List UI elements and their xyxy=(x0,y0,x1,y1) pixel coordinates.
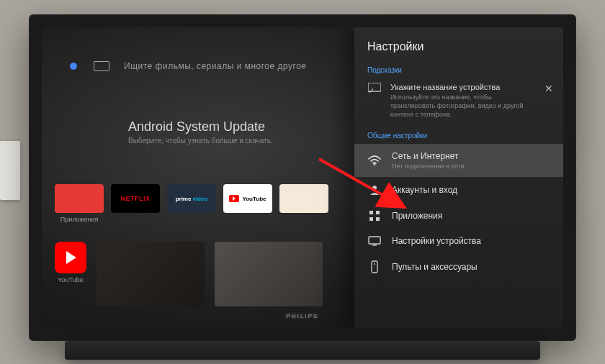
svg-rect-5 xyxy=(376,211,380,214)
hint-subtitle: Используйте это название, чтобы транслир… xyxy=(390,93,536,119)
app-tile-youtube[interactable]: YouTube xyxy=(223,184,272,213)
settings-panel: Настройки Подсказки Укажите название уст… xyxy=(354,27,563,328)
account-icon xyxy=(367,184,382,196)
section-hints: Подсказки xyxy=(354,60,563,78)
row-label: Сеть и Интернет xyxy=(392,151,464,161)
row-apps[interactable]: Приложения xyxy=(354,203,563,229)
search-bar[interactable]: Ищите фильмы, сериалы и многое другое xyxy=(68,60,307,72)
svg-rect-8 xyxy=(369,237,380,244)
row-label: Настройки устройства xyxy=(392,236,481,246)
content-thumbnail[interactable] xyxy=(97,242,205,306)
mic-icon[interactable] xyxy=(68,60,79,72)
cast-icon xyxy=(367,83,382,93)
apps-icon xyxy=(367,210,382,222)
tv-icon xyxy=(367,236,382,246)
settings-title: Настройки xyxy=(354,40,563,60)
svg-point-3 xyxy=(372,186,377,190)
apps-launcher-tile[interactable] xyxy=(55,184,104,213)
wifi-icon xyxy=(367,155,382,165)
svg-point-11 xyxy=(374,263,375,265)
youtube-play-icon xyxy=(229,195,239,202)
content-row: YouTube xyxy=(55,242,323,306)
row-accounts[interactable]: Аккаунты и вход xyxy=(354,177,563,203)
row-label: Аккаунты и вход xyxy=(392,185,457,195)
tv-screen: Ищите фильмы, сериалы и многое другое An… xyxy=(42,27,563,328)
row-label: Приложения xyxy=(392,211,442,221)
section-general: Общие настройки xyxy=(354,126,563,144)
update-subtitle: Выберите, чтобы узнать больше и скачать. xyxy=(128,137,273,145)
svg-rect-10 xyxy=(372,261,377,273)
app-tile-prime-video[interactable]: primevideo xyxy=(167,184,216,213)
row-label: Пульты и аксессуары xyxy=(392,262,478,272)
brand-logo: PHILIPS xyxy=(287,313,319,319)
hint-title: Укажите название устройства xyxy=(390,83,536,91)
youtube-app-icon[interactable] xyxy=(55,242,86,273)
row-remotes[interactable]: Пульты и аксессуары xyxy=(354,253,563,281)
row-sub: Нет подключения к сети xyxy=(392,163,464,170)
svg-rect-7 xyxy=(376,217,380,221)
close-icon[interactable]: ✕ xyxy=(544,83,553,94)
hint-device-name[interactable]: Укажите название устройства Используйте … xyxy=(354,78,563,126)
remote-icon xyxy=(367,260,382,273)
app-tile-generic[interactable] xyxy=(279,184,328,213)
content-thumbnail[interactable] xyxy=(215,242,323,306)
row-network[interactable]: Сеть и Интернет Нет подключения к сети xyxy=(354,144,563,177)
svg-rect-4 xyxy=(369,211,373,214)
svg-point-2 xyxy=(374,164,375,165)
apps-launcher-label: Приложения xyxy=(60,216,99,223)
search-placeholder: Ищите фильмы, сериалы и многое другое xyxy=(124,61,307,71)
svg-point-0 xyxy=(70,63,77,70)
svg-rect-6 xyxy=(369,217,373,221)
update-title: Android System Update xyxy=(128,119,273,135)
tv-frame: Ищите фильмы, сериалы и многое другое An… xyxy=(29,14,576,341)
row-device-settings[interactable]: Настройки устройства xyxy=(354,229,563,253)
youtube-label: YouTube xyxy=(58,276,83,283)
keyboard-icon[interactable] xyxy=(94,61,109,71)
light-switch xyxy=(0,141,20,200)
system-update-card[interactable]: Android System Update Выберите, чтобы уз… xyxy=(128,119,273,145)
app-tile-netflix[interactable]: NETFLIX xyxy=(111,184,160,213)
soundbar xyxy=(65,341,540,360)
svg-rect-1 xyxy=(368,83,381,91)
apps-row: Приложения NETFLIX primevideo YouTube xyxy=(55,184,328,223)
